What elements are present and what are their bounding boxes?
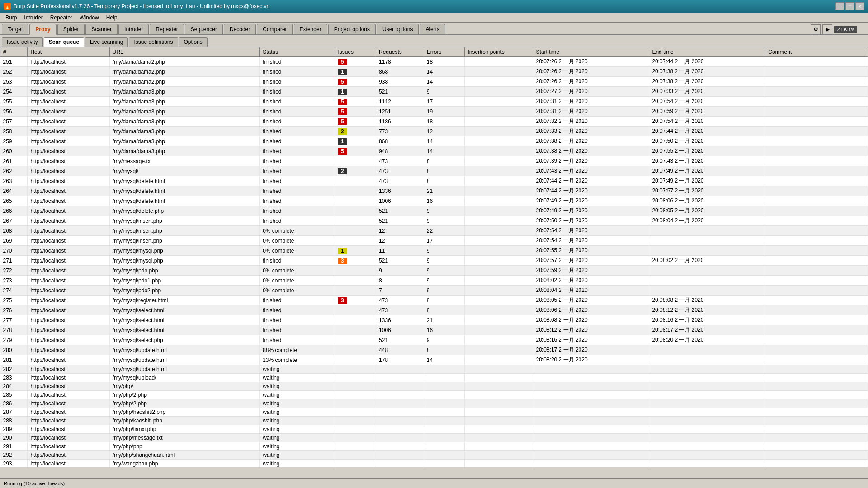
table-row[interactable]: 276 http://localhost /my/mysql/select.ht… [0, 305, 868, 315]
table-row[interactable]: 270 http://localhost /my/mysql/mysql.php… [0, 246, 868, 256]
menu-help[interactable]: Help [103, 14, 121, 22]
col-header-requests[interactable]: Requests [376, 47, 424, 57]
table-row[interactable]: 292 http://localhost /my/php/shangchuan.… [0, 451, 868, 460]
cell-issues [335, 442, 376, 451]
close-button[interactable]: ✕ [855, 2, 864, 10]
tab-project-options[interactable]: Project options [328, 24, 376, 34]
table-row[interactable]: 269 http://localhost /my/mysql/insert.ph… [0, 236, 868, 246]
table-row[interactable]: 284 http://localhost /my/php/ waiting [0, 382, 868, 391]
table-row[interactable]: 275 http://localhost /my/mysql/register.… [0, 296, 868, 305]
cell-status: finished [260, 166, 335, 176]
sub-tab-options[interactable]: Options [179, 37, 208, 47]
table-row[interactable]: 260 http://localhost /my/dama/dama3.php … [0, 146, 868, 156]
col-header-start[interactable]: Start time [533, 47, 649, 57]
tab-repeater[interactable]: Repeater [150, 24, 184, 34]
table-row[interactable]: 282 http://localhost /my/mysql/update.ht… [0, 365, 868, 374]
minimize-button[interactable]: — [835, 2, 844, 10]
tab-proxy[interactable]: Proxy [29, 24, 56, 35]
col-header-url[interactable]: URL [109, 47, 259, 57]
table-row[interactable]: 285 http://localhost /my/php/2.php waiti… [0, 391, 868, 399]
tab-scanner[interactable]: Scanner [85, 24, 118, 34]
table-row[interactable]: 279 http://localhost /my/mysql/select.ph… [0, 335, 868, 345]
tab-comparer[interactable]: Comparer [257, 24, 292, 34]
cell-requests: 868 [376, 136, 424, 146]
col-header-comment[interactable]: Comment [765, 47, 868, 57]
col-header-issues[interactable]: Issues [335, 47, 376, 57]
tab-spider[interactable]: Spider [57, 24, 85, 34]
tab-sequencer[interactable]: Sequencer [185, 24, 223, 34]
table-row[interactable]: 277 http://localhost /my/mysql/select.ht… [0, 315, 868, 325]
tab-decoder[interactable]: Decoder [224, 24, 256, 34]
sub-tab-live-scanning[interactable]: Live scanning [85, 37, 128, 47]
table-row[interactable]: 259 http://localhost /my/dama/dama3.php … [0, 136, 868, 146]
menu-bar: Burp Intruder Repeater Window Help [0, 13, 868, 23]
col-header-errors[interactable]: Errors [424, 47, 465, 57]
tab-user-options[interactable]: User options [377, 24, 419, 34]
table-row[interactable]: 278 http://localhost /my/mysql/select.ht… [0, 325, 868, 335]
table-row[interactable]: 265 http://localhost /my/mysql/delete.ht… [0, 196, 868, 206]
sub-tab-issue-definitions[interactable]: Issue definitions [129, 37, 178, 47]
table-row[interactable]: 258 http://localhost /my/dama/dama3.php … [0, 127, 868, 136]
tab-extender[interactable]: Extender [294, 24, 327, 34]
table-row[interactable]: 252 http://localhost /my/dama/dama2.php … [0, 67, 868, 77]
sub-tab-bar: Issue activity Scan queue Live scanning … [0, 35, 868, 47]
table-row[interactable]: 272 http://localhost /my/mysql/pdo.php 0… [0, 266, 868, 276]
table-row[interactable]: 261 http://localhost /my/message.txt fin… [0, 156, 868, 166]
cell-status: finished [260, 186, 335, 196]
table-row[interactable]: 253 http://localhost /my/dama/dama2.php … [0, 77, 868, 87]
table-row[interactable]: 255 http://localhost /my/dama/dama3.php … [0, 97, 868, 107]
cell-url: /my/php/ [109, 382, 259, 391]
table-row[interactable]: 288 http://localhost /my/php/kaoshiti.ph… [0, 417, 868, 425]
table-row[interactable]: 254 http://localhost /my/dama/dama3.php … [0, 87, 868, 97]
table-row[interactable]: 286 http://localhost /my/php/2.php waiti… [0, 399, 868, 408]
cell-end [649, 399, 765, 408]
table-row[interactable]: 251 http://localhost /my/dama/dama2.php … [0, 57, 868, 67]
table-row[interactable]: 283 http://localhost /my/mysql/upload/ w… [0, 374, 868, 382]
table-row[interactable]: 267 http://localhost /my/mysql/insert.ph… [0, 216, 868, 226]
table-row[interactable]: 273 http://localhost /my/mysql/pdo1.php … [0, 276, 868, 286]
cell-comment [765, 296, 868, 305]
table-row[interactable]: 266 http://localhost /my/mysql/delete.ph… [0, 206, 868, 216]
table-row[interactable]: 256 http://localhost /my/dama/dama3.php … [0, 107, 868, 117]
arrow-icon-btn[interactable]: ▶ [822, 24, 832, 34]
table-row[interactable]: 291 http://localhost /my/php/php waiting [0, 442, 868, 451]
table-row[interactable]: 257 http://localhost /my/dama/dama3.php … [0, 117, 868, 127]
table-row[interactable]: 290 http://localhost /my/php/message.txt… [0, 434, 868, 442]
maximize-button[interactable]: □ [845, 2, 854, 10]
tab-target[interactable]: Target [2, 24, 28, 34]
menu-repeater[interactable]: Repeater [47, 14, 76, 22]
table-row[interactable]: 274 http://localhost /my/mysql/pdo2.php … [0, 286, 868, 296]
tab-alerts[interactable]: Alerts [420, 24, 445, 34]
sub-tab-issue-activity[interactable]: Issue activity [2, 37, 43, 47]
table-row[interactable]: 289 http://localhost /my/php/lianxi.php … [0, 425, 868, 434]
cell-end [649, 246, 765, 256]
settings-icon-btn[interactable]: ⚙ [811, 24, 821, 34]
menu-intruder[interactable]: Intruder [20, 14, 46, 22]
cell-requests [376, 434, 424, 442]
col-header-insertion[interactable]: Insertion points [465, 47, 533, 57]
table-row[interactable]: 287 http://localhost /my/php/haoshiti2.p… [0, 408, 868, 417]
sub-tab-scan-queue[interactable]: Scan queue [44, 37, 84, 47]
table-row[interactable]: 263 http://localhost /my/mysql/delete.ht… [0, 176, 868, 186]
cell-host: http://localhost [28, 425, 109, 434]
table-row[interactable]: 293 http://localhost /my/wangzhan.php wa… [0, 460, 868, 468]
cell-end [649, 382, 765, 391]
table-row[interactable]: 264 http://localhost /my/mysql/delete.ht… [0, 186, 868, 196]
menu-burp[interactable]: Burp [2, 14, 20, 22]
window-controls[interactable]: — □ ✕ [835, 2, 864, 10]
menu-window[interactable]: Window [76, 14, 103, 22]
col-header-host[interactable]: Host [28, 47, 109, 57]
col-header-end[interactable]: End time [649, 47, 765, 57]
table-row[interactable]: 271 http://localhost /my/mysql/mysql.php… [0, 256, 868, 266]
col-header-id[interactable]: # [0, 47, 28, 57]
table-row[interactable]: 262 http://localhost /my/mysql/ finished… [0, 166, 868, 176]
cell-status: finished [260, 127, 335, 136]
cell-host: http://localhost [28, 374, 109, 382]
table-row[interactable]: 281 http://localhost /my/mysql/update.ht… [0, 355, 868, 365]
table-row[interactable]: 268 http://localhost /my/mysql/insert.ph… [0, 226, 868, 236]
issues-badge: 5 [338, 108, 347, 115]
table-row[interactable]: 280 http://localhost /my/mysql/update.ht… [0, 345, 868, 355]
tab-intruder[interactable]: Intruder [118, 24, 149, 34]
cell-host: http://localhost [28, 442, 109, 451]
col-header-status[interactable]: Status [260, 47, 335, 57]
